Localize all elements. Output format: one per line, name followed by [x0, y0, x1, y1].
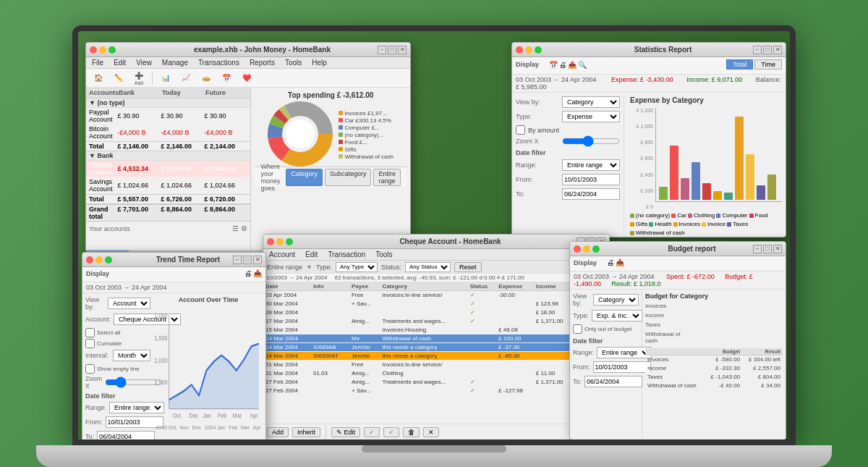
trend-showempty-checkbox[interactable] — [85, 364, 95, 374]
stats-from-input[interactable] — [562, 174, 620, 185]
trend-min-btn[interactable] — [95, 256, 103, 264]
account-row-cheque[interactable]: Cheque Account £ 4,532.34 £ 5,885.34 £ 5… — [86, 161, 250, 177]
trans-row-10[interactable]: 01 Mar 2004 01.03 Amig... Clothing £ 11.… — [263, 369, 609, 378]
stats-to-input[interactable] — [562, 188, 620, 200]
trans-row-7[interactable]: 14 Mar 2004 S/689AB Jericho this needs a… — [263, 343, 609, 352]
stats-win-min[interactable]: − — [753, 46, 762, 54]
btn-subcategory[interactable]: Subcategory — [325, 169, 372, 186]
toolbar-btn-6[interactable]: 🥧 — [197, 72, 215, 85]
trans-row-6[interactable]: 14 Mar 2004 Me Withdrawal of cash £ 100.… — [263, 335, 609, 343]
stats-tab-time[interactable]: Time — [754, 59, 782, 70]
stats-close-btn[interactable] — [516, 46, 523, 54]
toolbar-btn-7[interactable]: 📅 — [218, 72, 235, 85]
trend-selectall-checkbox[interactable] — [85, 328, 95, 337]
trend-max-btn[interactable] — [105, 256, 112, 264]
trans-row-3[interactable]: 28 Mar 2004 ✓ £ 18.00 4,409 — [263, 308, 609, 317]
cheque-menu-account[interactable]: Account — [267, 250, 297, 259]
budget-win-close[interactable]: ✕ — [773, 245, 782, 253]
delete-btn[interactable]: 🗑 — [403, 427, 420, 437]
add-trans-btn[interactable]: Add — [267, 427, 289, 437]
filter-status-select[interactable]: Any Status — [405, 262, 451, 272]
toolbar-btn-3[interactable]: ➕ Add — [130, 69, 148, 87]
add-account-icon[interactable]: ☰ — [232, 224, 239, 232]
minimize-btn[interactable] — [99, 46, 106, 54]
cheque-menu-transaction[interactable]: Transaction — [326, 250, 367, 259]
trend-win-close[interactable]: ✕ — [253, 256, 262, 264]
budget-viewby-select[interactable]: Category — [593, 294, 639, 306]
account-row-bitcoin[interactable]: Bitcoin Account -£4,000 B -£4,000 B -£4,… — [86, 125, 250, 141]
trend-win-max[interactable]: □ — [243, 256, 252, 264]
stats-viewby-select[interactable]: Category — [562, 96, 620, 108]
btn-entire-range[interactable]: Entire range — [373, 169, 401, 186]
account-row-savings[interactable]: Savings Account £ 1,024.66 £ 1,024.66 £ … — [86, 177, 250, 194]
cancel-trans-btn[interactable]: ✕ — [423, 427, 439, 437]
trend-cumulate-checkbox[interactable] — [85, 339, 95, 348]
cheque-menu-edit[interactable]: Edit — [303, 250, 320, 259]
trend-win-min[interactable]: − — [233, 256, 242, 264]
stats-tab-total[interactable]: Total — [726, 59, 753, 70]
cheque-menu-tools[interactable]: Tools — [373, 250, 394, 259]
edit-trans-btn[interactable]: ✎ Edit — [331, 427, 360, 437]
menu-reports[interactable]: Reports — [247, 58, 277, 67]
confirm-btn-1[interactable]: ✓ — [364, 427, 380, 437]
budget-type-select[interactable]: Exp. & Inc. — [592, 310, 642, 321]
budget-overbudget-checkbox[interactable] — [573, 324, 582, 334]
budget-max-btn[interactable] — [592, 245, 600, 253]
menu-transactions[interactable]: Transactions — [196, 58, 242, 67]
inherit-btn[interactable]: Inherit — [292, 427, 320, 437]
btn-category[interactable]: Category — [286, 169, 323, 186]
toolbar-btn-5[interactable]: 📈 — [177, 72, 195, 85]
trans-row-5[interactable]: 15 Mar 2004 Invoices:Housing £ 46.08 3,2… — [263, 326, 609, 335]
toolbar-btn-2[interactable]: ✏️ — [110, 72, 127, 85]
cheque-max-btn[interactable] — [286, 238, 293, 245]
toolbar-btn-1[interactable]: 🏠 — [90, 72, 107, 85]
trend-viewby-select[interactable]: Account — [108, 298, 150, 309]
stats-min-btn[interactable] — [525, 46, 532, 54]
budget-win-max[interactable]: □ — [763, 245, 772, 253]
account-settings-icon[interactable]: ⚙ — [241, 224, 247, 232]
budget-left-panel: View by: Category Type: Exp. & Inc. — [570, 290, 642, 439]
menu-help[interactable]: Help — [310, 58, 329, 67]
trans-row-9[interactable]: 01 Mar 2004 Free Invoices:In-line servic… — [263, 361, 609, 369]
menu-view[interactable]: View — [134, 58, 154, 67]
budget-min-btn[interactable] — [583, 245, 590, 253]
t10-expense — [496, 369, 534, 378]
stats-win-max[interactable]: □ — [763, 46, 772, 54]
menu-manage[interactable]: Manage — [160, 58, 190, 67]
win-max[interactable]: □ — [388, 46, 396, 54]
trans-row-4[interactable]: 27 Mar 2004 Amig... Treatments and wages… — [263, 317, 609, 326]
trans-row-12[interactable]: 27 Feb 2004 + Sav... ✓ £ -127.98 2,122 — [263, 387, 609, 395]
win-close[interactable]: ✕ — [398, 46, 407, 54]
trend-interval-select[interactable]: Month — [113, 350, 150, 361]
trans-row-11[interactable]: 27 Feb 2004 Amig... Treatments and wages… — [263, 378, 609, 387]
budget-close-btn[interactable] — [574, 245, 581, 253]
cheque-close-btn[interactable] — [267, 238, 274, 245]
trans-row-8[interactable]: 14 Mar 2004 S/6920AT Jericho this needs … — [263, 352, 609, 361]
stats-range-select[interactable]: Entire range — [562, 159, 620, 171]
toolbar-btn-4[interactable]: 📊 — [157, 72, 174, 85]
stats-type-select[interactable]: Expense — [562, 111, 620, 122]
stats-zoom-slider[interactable] — [562, 138, 620, 145]
menu-edit[interactable]: Edit — [111, 58, 128, 67]
toolbar-btn-8[interactable]: ❤️ — [238, 72, 255, 85]
win-min[interactable]: − — [378, 46, 386, 54]
filter-type-select[interactable]: Any Type — [336, 262, 378, 272]
menu-file[interactable]: File — [90, 58, 106, 67]
filter-reset-btn[interactable]: Reset — [454, 262, 482, 272]
budget-to-input[interactable] — [584, 376, 642, 387]
menu-tools[interactable]: Tools — [283, 58, 304, 67]
cheque-window: Cheque Account - HomeBank − □ ✕ Account … — [263, 234, 610, 439]
cheque-min-btn[interactable] — [276, 238, 284, 245]
trend-close-btn[interactable] — [86, 256, 93, 264]
stats-byamount-checkbox[interactable] — [516, 125, 525, 135]
budget-win-min[interactable]: − — [753, 245, 762, 253]
maximize-btn[interactable] — [109, 46, 116, 54]
trans-row-2[interactable]: 30 Mar 2004 + Sav... ✓ £ 123.98 £ 4,533 — [263, 300, 609, 308]
stats-win-close[interactable]: ✕ — [773, 46, 782, 54]
close-btn[interactable] — [90, 46, 97, 54]
stats-max-btn[interactable] — [535, 46, 542, 54]
trend-to-input[interactable] — [97, 431, 155, 439]
account-row-paypal[interactable]: Paypal Account £ 30.90 £ 30.90 £ 30.90 — [86, 108, 250, 125]
confirm-btn-2[interactable]: ✓ — [383, 427, 399, 437]
trans-row-1[interactable]: 03 Apr 2004 Free Invoices:In-line servic… — [263, 291, 609, 300]
